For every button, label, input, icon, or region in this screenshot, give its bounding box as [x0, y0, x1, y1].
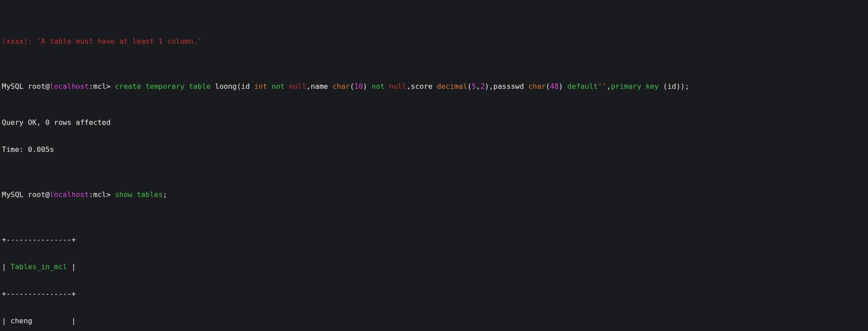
query-ok: Query OK, 0 rows affected — [2, 118, 866, 127]
db-prompt: :mcl> — [89, 82, 115, 91]
table-header-row: | Tables_in_mcl | — [2, 262, 866, 271]
truncated-line: (xxxx): 'A table must have at least 1 co… — [2, 37, 866, 46]
table-border: +---------------+ — [2, 290, 866, 299]
terminal[interactable]: (xxxx): 'A table must have at least 1 co… — [0, 0, 868, 331]
table-row: | cheng | — [2, 317, 866, 326]
tables-header: Tables_in_mcl — [10, 262, 67, 271]
app-name: MySQL — [2, 82, 28, 91]
user-at: root@ — [28, 82, 50, 91]
cmd-show-tables: show tables — [115, 190, 163, 199]
query-time: Time: 0.005s — [2, 145, 866, 154]
prompt-line-1: MySQL root@localhost:mcl> create tempora… — [2, 82, 866, 91]
cmd-create: create temporary table — [115, 82, 210, 91]
table-border: +---------------+ — [2, 235, 866, 244]
hostname: localhost — [50, 82, 89, 91]
prompt-line-2: MySQL root@localhost:mcl> show tables; — [2, 190, 866, 199]
